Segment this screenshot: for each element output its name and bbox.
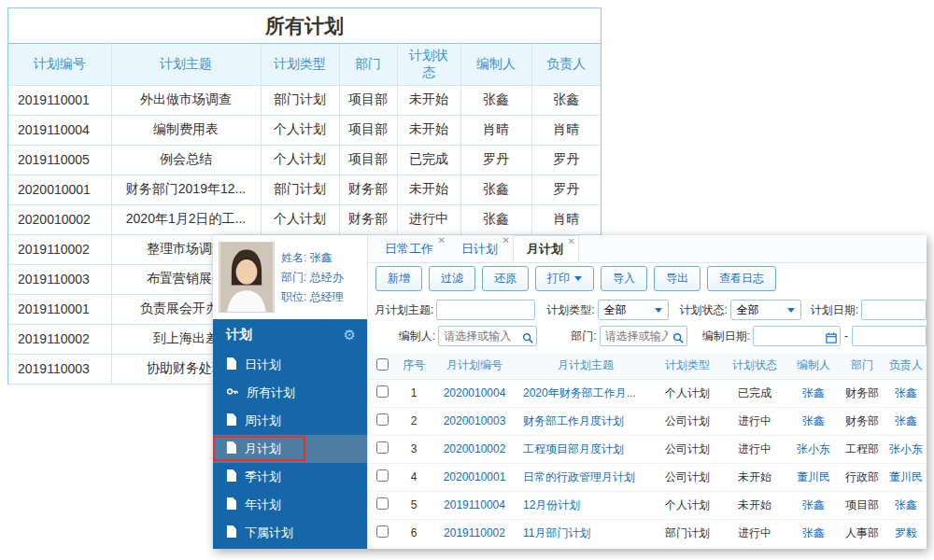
calendar-icon[interactable] bbox=[826, 330, 837, 347]
cell-type: 个人计划 bbox=[654, 379, 721, 407]
owner-link[interactable]: 董川民 bbox=[885, 463, 927, 491]
subject-filter-input[interactable] bbox=[436, 300, 535, 320]
col-header: 部门 bbox=[839, 353, 885, 379]
sidebar-item-label: 季计划 bbox=[245, 469, 281, 485]
row-checkbox[interactable] bbox=[376, 469, 389, 482]
plan-number-link[interactable]: 2020010002 bbox=[432, 435, 517, 463]
plan-date-filter-input[interactable] bbox=[861, 300, 927, 320]
type-filter-select[interactable]: 全部 bbox=[598, 300, 669, 320]
sidebar-item-subordinate-plan[interactable]: 下属计划 bbox=[213, 519, 367, 547]
checkbox-cell bbox=[368, 435, 396, 463]
sidebar-item-label: 年计划 bbox=[245, 497, 281, 513]
cell-type: 公司计划 bbox=[654, 463, 721, 491]
sidebar-item-label: 周计划 bbox=[245, 413, 281, 429]
add-button[interactable]: 新增 bbox=[375, 266, 422, 291]
plan-subject-link[interactable]: 财务部工作月度计划 bbox=[517, 407, 654, 435]
checkbox-cell bbox=[368, 407, 396, 435]
plan-row[interactable]: 6 2019110002 11月部门计划 部门计划 进行中 张鑫 人事部 罗毅 bbox=[368, 519, 927, 547]
chevron-down-icon bbox=[574, 276, 582, 281]
plan-number-link[interactable]: 2020010004 bbox=[432, 379, 517, 407]
sidebar-item-quarterly-plan[interactable]: 季计划 bbox=[213, 463, 367, 491]
dept-filter-label: 部门: bbox=[548, 329, 600, 344]
row-checkbox[interactable] bbox=[376, 413, 389, 426]
sidebar-item-yearly-plan[interactable]: 年计划 bbox=[213, 491, 367, 519]
row-checkbox[interactable] bbox=[376, 525, 389, 538]
plan-row[interactable]: 4 2020010001 日常的行政管理月计划 公司计划 未开始 董川民 行政部… bbox=[368, 463, 927, 491]
tab-bar: 日常工作 ✕ 日计划 ✕ 月计划 ✕ bbox=[368, 235, 927, 263]
row-checkbox[interactable] bbox=[376, 497, 389, 510]
export-button[interactable]: 导出 bbox=[654, 266, 700, 291]
creator-link[interactable]: 董川民 bbox=[788, 463, 839, 491]
print-button[interactable]: 打印 bbox=[535, 266, 594, 291]
view-log-button[interactable]: 查看日志 bbox=[707, 266, 776, 291]
cell-dept: 财务部 bbox=[839, 379, 885, 407]
tab-daily-work[interactable]: 日常工作 ✕ bbox=[372, 235, 448, 262]
search-icon[interactable] bbox=[672, 330, 684, 347]
select-all-checkbox[interactable] bbox=[376, 358, 389, 371]
owner-link[interactable]: 罗毅 bbox=[885, 519, 927, 547]
cell-seq: 3 bbox=[396, 435, 432, 463]
plan-subject-link[interactable]: 2020年财务部工作月... bbox=[517, 379, 654, 407]
cell-status: 进行中 bbox=[721, 519, 788, 547]
main-panel: 日常工作 ✕ 日计划 ✕ 月计划 ✕ 新增 过滤 还原 打印 导入 导出 查看日… bbox=[367, 235, 927, 549]
creator-link[interactable]: 张小东 bbox=[788, 435, 839, 463]
filter-area: 月计划主题: 计划类型: 全部 计划状态: 全部 计划日期: 编制人: bbox=[368, 294, 927, 353]
sidebar-item-label: 月计划 bbox=[245, 441, 281, 457]
sidebar-item-label: 所有计划 bbox=[247, 385, 295, 401]
import-button[interactable]: 导入 bbox=[601, 266, 647, 291]
plan-subject-link[interactable]: 12月份计划 bbox=[517, 491, 654, 519]
close-icon[interactable]: ✕ bbox=[502, 236, 510, 245]
plan-subject-link[interactable]: 工程项目部月度计划 bbox=[517, 435, 654, 463]
search-icon[interactable] bbox=[522, 330, 533, 347]
owner-link[interactable]: 张鑫 bbox=[885, 407, 927, 435]
sidebar-item-weekly-plan[interactable]: 周计划 bbox=[213, 407, 367, 435]
monthly-plan-table: 序号 月计划编号 月计划主题 计划类型 计划状态 编制人 部门 负责人 1 20… bbox=[368, 353, 927, 548]
chevron-down-icon bbox=[655, 308, 662, 313]
table-row: 2020010001财务部门2019年12...部门计划财务部未开始张鑫罗丹 bbox=[8, 175, 601, 204]
reset-button[interactable]: 还原 bbox=[482, 266, 529, 291]
plan-row[interactable]: 3 2020010002 工程项目部月度计划 公司计划 进行中 张小东 工程部 … bbox=[368, 435, 927, 463]
key-icon bbox=[226, 385, 238, 400]
col-header: 月计划编号 bbox=[432, 353, 517, 379]
plan-module-window: 姓名: 张鑫 部门: 总经办 职位: 总经理 计划 ⚙ 日计划 所有计划 周计划 bbox=[213, 235, 927, 549]
cell-seq: 5 bbox=[396, 491, 432, 519]
document-icon bbox=[226, 441, 236, 456]
gear-icon[interactable]: ⚙ bbox=[344, 327, 356, 343]
plan-row[interactable]: 2 2020010003 财务部工作月度计划 公司计划 进行中 张鑫 财务部 张… bbox=[368, 407, 927, 435]
creator-link[interactable]: 张鑫 bbox=[788, 491, 839, 519]
checkbox-cell bbox=[368, 491, 396, 519]
sidebar-item-daily-plan[interactable]: 日计划 bbox=[213, 351, 367, 379]
close-icon[interactable]: ✕ bbox=[568, 237, 575, 246]
col-header: 计划状态 bbox=[397, 44, 460, 85]
cell-dept: 行政部 bbox=[839, 463, 885, 491]
cell-dept: 项目部 bbox=[839, 491, 885, 519]
tab-monthly-plan[interactable]: 月计划 ✕ bbox=[513, 235, 579, 262]
plan-number-link[interactable]: 2019110004 bbox=[432, 491, 517, 519]
plan-row[interactable]: 5 2019110004 12月份计划 个人计划 未开始 张鑫 项目部 张鑫 bbox=[368, 491, 927, 519]
table-row: 2019110005例会总结个人计划项目部已完成罗丹罗丹 bbox=[8, 145, 601, 175]
owner-link[interactable]: 张小东 bbox=[885, 435, 927, 463]
sidebar-item-all-plans[interactable]: 所有计划 bbox=[213, 379, 367, 407]
plan-number-link[interactable]: 2020010001 bbox=[432, 463, 517, 491]
plan-number-link[interactable]: 2020010003 bbox=[432, 407, 517, 435]
cell-type: 公司计划 bbox=[654, 435, 721, 463]
row-checkbox[interactable] bbox=[376, 385, 389, 398]
plan-row[interactable]: 1 2020010004 2020年财务部工作月... 个人计划 已完成 张鑫 … bbox=[368, 379, 927, 407]
row-checkbox[interactable] bbox=[376, 441, 389, 454]
owner-link[interactable]: 张鑫 bbox=[885, 491, 927, 519]
owner-link[interactable]: 张鑫 bbox=[885, 379, 927, 407]
sidebar-item-monthly-plan[interactable]: 月计划 bbox=[213, 435, 367, 463]
tab-daily-plan[interactable]: 日计划 ✕ bbox=[448, 235, 513, 262]
close-icon[interactable]: ✕ bbox=[438, 236, 446, 245]
creator-link[interactable]: 张鑫 bbox=[788, 379, 839, 407]
plan-number-link[interactable]: 2019110002 bbox=[432, 519, 517, 547]
subject-filter-label: 月计划主题: bbox=[375, 302, 436, 318]
creator-link[interactable]: 张鑫 bbox=[788, 519, 839, 547]
creator-link[interactable]: 张鑫 bbox=[788, 407, 839, 435]
create-date-to-input[interactable] bbox=[852, 326, 927, 346]
filter-button[interactable]: 过滤 bbox=[429, 266, 475, 291]
status-filter-select[interactable]: 全部 bbox=[730, 300, 801, 320]
left-panel: 姓名: 张鑫 部门: 总经办 职位: 总经理 计划 ⚙ 日计划 所有计划 周计划 bbox=[213, 235, 367, 549]
plan-subject-link[interactable]: 日常的行政管理月计划 bbox=[517, 463, 654, 491]
plan-subject-link[interactable]: 11月部门计划 bbox=[517, 519, 654, 547]
